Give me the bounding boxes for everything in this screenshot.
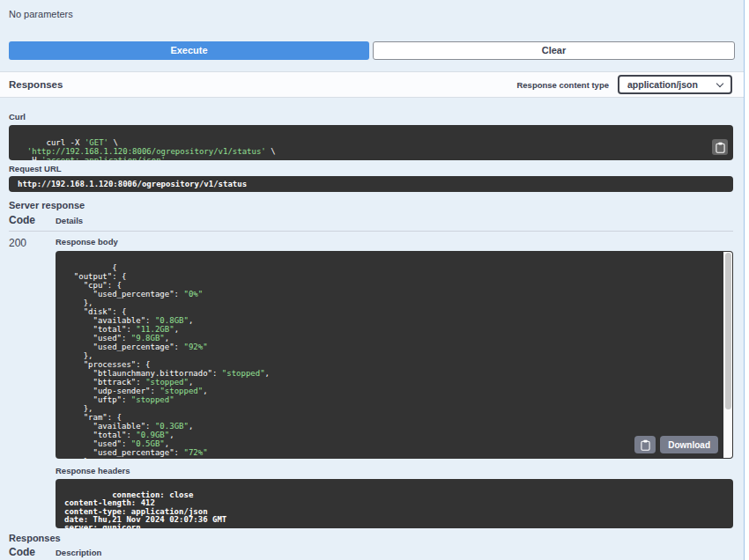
request-url-label: Request URL — [9, 164, 733, 173]
responses-header-band: Responses Response content type applicat… — [0, 71, 744, 98]
response-content-type-select[interactable]: application/json — [618, 75, 732, 94]
response-headers: connection: close content-length: 412 co… — [56, 479, 733, 528]
curl-label: Curl — [9, 112, 733, 122]
details-column-header: Details — [56, 216, 83, 225]
response-content-type-group: Response content type application/json — [516, 75, 732, 94]
request-url-value: http://192.168.1.120:8006/ogrepository/v… — [9, 176, 733, 192]
scrollbar-thumb[interactable] — [725, 253, 731, 409]
responses-inner: Curl curl -X 'GET' \ 'http://192.168.1.1… — [0, 112, 744, 560]
server-response-row: 200 Response body { "output": { "cpu": {… — [9, 237, 733, 528]
server-response-title: Server response — [9, 200, 733, 210]
parameters-section: No parameters Execute Clear — [0, 0, 744, 71]
copy-to-clipboard-icon[interactable] — [712, 139, 728, 155]
response-content-type-value: application/json — [627, 79, 698, 90]
operation-panel: No parameters Execute Clear Responses Re… — [0, 0, 745, 560]
download-button[interactable]: Download — [660, 436, 718, 453]
response-body-actions: Download — [634, 436, 718, 453]
status-code: 200 — [9, 237, 56, 528]
code-column-header: Code — [9, 546, 56, 558]
response-content-type-label: Response content type — [516, 80, 609, 90]
curl-command: curl -X 'GET' \ 'http://192.168.1.120:80… — [9, 125, 733, 160]
response-headers-label: Response headers — [56, 466, 733, 475]
response-body: { "output": { "cpu": { "used_percentage"… — [56, 251, 733, 459]
copy-response-icon[interactable] — [634, 436, 656, 453]
response-body-json: { "output": { "cpu": { "used_percentage"… — [64, 263, 270, 459]
clipboard-icon — [716, 142, 725, 153]
server-response-table-header: Code Details — [9, 214, 733, 232]
response-details: Response body { "output": { "cpu": { "us… — [56, 237, 733, 528]
curl-command-text: curl -X 'GET' \ 'http://192.168.1.120:80… — [18, 138, 276, 160]
execute-button[interactable]: Execute — [9, 41, 369, 60]
responses-doc-title: Responses — [9, 533, 733, 543]
clear-button[interactable]: Clear — [373, 41, 735, 60]
responses-doc-table-header: Code Description — [9, 546, 733, 560]
code-column-header: Code — [9, 214, 56, 226]
chevron-down-icon — [716, 79, 723, 86]
response-body-label: Response body — [56, 237, 733, 247]
clipboard-icon — [641, 439, 650, 451]
responses-title: Responses — [9, 79, 63, 90]
description-column-header: Description — [56, 548, 101, 557]
no-parameters-text: No parameters — [9, 9, 735, 19]
response-headers-text: connection: close content-length: 412 co… — [64, 490, 226, 528]
response-body-scrollbar[interactable] — [723, 252, 732, 458]
execute-wrapper: Execute Clear — [9, 41, 735, 60]
